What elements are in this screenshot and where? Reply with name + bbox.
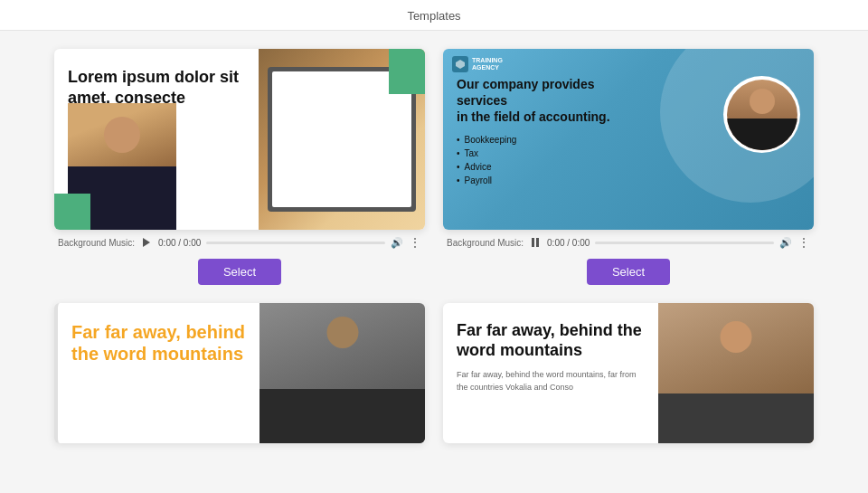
- tmpl1-green-square-bottom: [54, 194, 90, 230]
- page-title: Templates: [407, 9, 460, 23]
- tmpl4-title: Far far away, behind the word mountains: [457, 321, 645, 360]
- audio-progress-1[interactable]: [206, 242, 385, 244]
- select-button-2[interactable]: Select: [587, 259, 670, 285]
- template-card-4: Far far away, behind the word mountains …: [443, 303, 814, 443]
- tmpl3-title: Far far away, behind the word mountains: [71, 321, 246, 365]
- audio-progress-2[interactable]: [595, 242, 774, 244]
- audio-label-2: Background Music:: [447, 238, 524, 248]
- more-options-1[interactable]: ⋮: [409, 235, 421, 250]
- audio-time-2: 0:00 / 0:00: [547, 238, 590, 248]
- audio-bar-1: Background Music: 0:00 / 0:00 🔊 ⋮: [54, 235, 425, 250]
- tmpl3-person: [259, 303, 425, 443]
- tmpl4-body: Far far away, behind the word mountains,…: [457, 369, 645, 393]
- volume-icon-1[interactable]: 🔊: [391, 237, 403, 249]
- template-preview-2[interactable]: TRAINING AGENCY Our company provides ser…: [443, 49, 814, 230]
- audio-bar-2: Background Music: 0:00 / 0:00 🔊 ⋮: [443, 235, 814, 250]
- template-preview-1[interactable]: Lorem ipsum dolor sit amet, consecte: [54, 49, 425, 230]
- bottom-row: Far far away, behind the word mountains …: [0, 303, 868, 461]
- page-header: Templates: [0, 0, 868, 31]
- pause-icon-2: [532, 238, 539, 247]
- audio-time-1: 0:00 / 0:00: [158, 238, 201, 248]
- tmpl3-right: [259, 303, 425, 443]
- list-item-4: Payroll: [457, 175, 800, 185]
- templates-grid: Lorem ipsum dolor sit amet, consecte Bac…: [0, 31, 868, 303]
- list-item-3: Advice: [457, 162, 800, 172]
- select-button-1[interactable]: Select: [198, 259, 281, 285]
- play-icon-1: [143, 238, 150, 247]
- template-preview-4[interactable]: Far far away, behind the word mountains …: [443, 303, 814, 443]
- template-card-3: Far far away, behind the word mountains: [54, 303, 425, 443]
- tmpl3-left: Far far away, behind the word mountains: [58, 303, 259, 443]
- audio-label-1: Background Music:: [58, 238, 135, 248]
- template-preview-3[interactable]: Far far away, behind the word mountains: [54, 303, 425, 443]
- tmpl1-left: Lorem ipsum dolor sit amet, consecte: [54, 49, 259, 230]
- tmpl4-left: Far far away, behind the word mountains …: [443, 303, 658, 443]
- tmpl4-right: [658, 303, 814, 443]
- volume-icon-2[interactable]: 🔊: [779, 237, 792, 249]
- tmpl2-person: [723, 76, 800, 153]
- template-card-2: TRAINING AGENCY Our company provides ser…: [443, 49, 814, 285]
- play-button-1[interactable]: [140, 236, 153, 249]
- pause-button-2[interactable]: [529, 236, 542, 249]
- tmpl4-person: [658, 303, 814, 443]
- more-options-2[interactable]: ⋮: [797, 235, 810, 250]
- tmpl2-heading: Our company provides services in the fie…: [457, 76, 646, 126]
- tmpl1-green-square-top: [389, 49, 425, 94]
- template-card-1: Lorem ipsum dolor sit amet, consecte Bac…: [54, 49, 425, 285]
- tmpl2-person-inner: [727, 80, 797, 150]
